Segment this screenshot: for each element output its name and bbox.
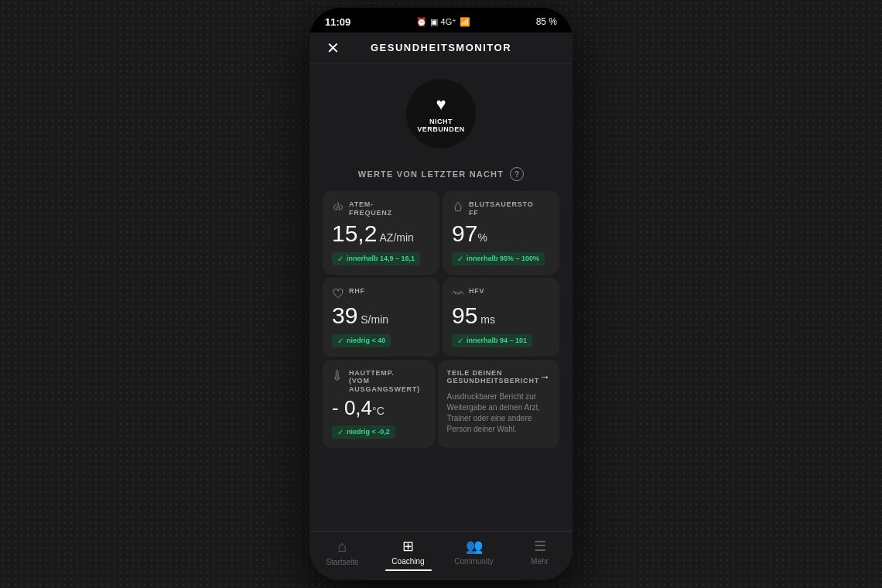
heart-outline-icon xyxy=(332,287,344,299)
nav-item-startseite[interactable]: ⌂ Startseite xyxy=(320,538,366,571)
metric-label-rhf: RHF xyxy=(349,287,365,296)
metric-value-blutsauerstoff: 97% xyxy=(452,220,550,246)
alarm-icon: ⏰ xyxy=(416,17,427,27)
signal-bars-icon: 📶 xyxy=(460,17,470,27)
check-icon-2: ✓ xyxy=(457,255,463,263)
svg-point-0 xyxy=(336,377,338,379)
share-description: Ausdruckbarer Bericht zur Weitergabe an … xyxy=(447,391,550,435)
phone-container: 11:09 ⏰ ▣ 4G⁺ 📶 85 % ✕ GESUNDHEITSMONITO… xyxy=(309,8,573,580)
metrics-grid: ATEM-FREQUENZ 15,2 AZ/min ✓ innerhalb 14… xyxy=(309,190,573,357)
metric-header-rhf: RHF xyxy=(332,287,430,299)
badge-text-hauttemp: niedrig < -0,2 xyxy=(347,428,390,436)
bottom-row: HAUTTEMP.(VOM AUSGANGSWERT) - 0,4°C ✓ ni… xyxy=(309,359,573,449)
badge-text-blutsauerstoff: innerhalb 95% – 100% xyxy=(467,255,539,262)
check-icon: ✓ xyxy=(337,255,344,263)
badge-text-atemfrequenz: innerhalb 14,9 – 16,1 xyxy=(347,255,415,262)
metric-label-blutsauerstoff: BLUTSAUERSTOFF xyxy=(469,200,533,217)
device-status-text: NICHT VERBUNDEN xyxy=(406,118,476,133)
metric-badge-hfv: ✓ innerhalb 94 – 101 xyxy=(452,334,532,347)
metric-card-hfv[interactable]: HFV 95 ms ✓ innerhalb 94 – 101 xyxy=(443,278,559,357)
check-icon-3: ✓ xyxy=(337,337,344,345)
nav-item-mehr[interactable]: ☰ Mehr xyxy=(517,538,563,571)
home-icon: ⌂ xyxy=(337,538,347,556)
drop-icon xyxy=(452,200,464,213)
metric-badge-rhf: ✓ niedrig < 40 xyxy=(332,334,391,347)
wave-icon xyxy=(452,287,464,299)
metric-header-hfv: HFV xyxy=(452,287,550,299)
metric-value-hauttemp: - 0,4°C xyxy=(332,397,426,419)
status-icons: ⏰ ▣ 4G⁺ 📶 xyxy=(416,17,471,27)
app-header: ✕ GESUNDHEITSMONITOR xyxy=(309,32,573,63)
metric-label-hauttemp: HAUTTEMP.(VOM AUSGANGSWERT) xyxy=(349,369,426,394)
metric-card-rhf[interactable]: RHF 39 S/min ✓ niedrig < 40 xyxy=(323,278,439,357)
status-bar: 11:09 ⏰ ▣ 4G⁺ 📶 85 % xyxy=(309,8,573,32)
check-icon-4: ✓ xyxy=(457,337,463,345)
metric-value-rhf: 39 S/min xyxy=(332,303,430,328)
thermometer-icon xyxy=(332,369,344,381)
nav-label-mehr: Mehr xyxy=(531,557,549,566)
nav-item-coaching[interactable]: ⊞ Coaching xyxy=(385,538,432,571)
badge-text-hfv: innerhalb 94 – 101 xyxy=(467,337,527,344)
scroll-content: ♥ NICHT VERBUNDEN WERTE VON LETZTER NACH… xyxy=(309,63,573,531)
device-status-section: ♥ NICHT VERBUNDEN xyxy=(309,63,573,161)
signal-icon: ▣ xyxy=(430,17,438,27)
battery-status: 85 % xyxy=(536,16,557,27)
menu-icon: ☰ xyxy=(534,538,546,555)
lungs-icon xyxy=(332,200,344,213)
section-label-text: WERTE VON LETZTER NACHT xyxy=(358,169,504,179)
coaching-icon: ⊞ xyxy=(402,538,414,555)
metric-label-atemfrequenz: ATEM-FREQUENZ xyxy=(349,200,392,217)
metric-label-hfv: HFV xyxy=(469,287,484,296)
metric-badge-hauttemp: ✓ niedrig < -0,2 xyxy=(332,426,395,439)
heart-icon: ♥ xyxy=(436,94,446,115)
metric-header-atemfrequenz: ATEM-FREQUENZ xyxy=(332,200,430,217)
metric-header-blutsauerstoff: BLUTSAUERSTOFF xyxy=(452,200,550,217)
section-label-row: WERTE VON LETZTER NACHT ? xyxy=(309,161,573,190)
share-title: TEILE DEINEN GESUNDHEITSBERICHT xyxy=(447,369,539,386)
nav-label-community: Community xyxy=(454,557,494,566)
nav-active-indicator xyxy=(385,569,432,571)
metric-value-atemfrequenz: 15,2 AZ/min xyxy=(332,220,430,246)
info-icon[interactable]: ? xyxy=(510,167,524,181)
metric-card-blutsauerstoff[interactable]: BLUTSAUERSTOFF 97% ✓ innerhalb 95% – 100… xyxy=(443,191,559,275)
arrow-icon: → xyxy=(539,371,550,383)
metric-badge-atemfrequenz: ✓ innerhalb 14,9 – 16,1 xyxy=(332,252,420,265)
community-icon: 👥 xyxy=(466,538,483,555)
share-header: TEILE DEINEN GESUNDHEITSBERICHT → xyxy=(447,369,550,386)
network-icon: 4G⁺ xyxy=(441,17,457,27)
metric-card-atemfrequenz[interactable]: ATEM-FREQUENZ 15,2 AZ/min ✓ innerhalb 14… xyxy=(323,191,439,275)
header-title: GESUNDHEITSMONITOR xyxy=(371,42,511,53)
close-button[interactable]: ✕ xyxy=(322,37,344,59)
metric-header-hauttemp: HAUTTEMP.(VOM AUSGANGSWERT) xyxy=(332,369,426,394)
metric-badge-blutsauerstoff: ✓ innerhalb 95% – 100% xyxy=(452,252,545,265)
metric-value-hfv: 95 ms xyxy=(452,303,550,328)
heart-circle: ♥ NICHT VERBUNDEN xyxy=(406,79,476,149)
nav-bar: ⌂ Startseite ⊞ Coaching 👥 Community ☰ Me… xyxy=(309,531,573,580)
nav-item-community[interactable]: 👥 Community xyxy=(451,538,497,571)
check-icon-5: ✓ xyxy=(337,428,344,436)
share-card[interactable]: TEILE DEINEN GESUNDHEITSBERICHT → Ausdru… xyxy=(438,360,559,448)
badge-text-rhf: niedrig < 40 xyxy=(347,337,385,344)
status-time: 11:09 xyxy=(325,16,350,28)
metric-card-hauttemp[interactable]: HAUTTEMP.(VOM AUSGANGSWERT) - 0,4°C ✓ ni… xyxy=(323,360,435,448)
nav-label-startseite: Startseite xyxy=(326,558,358,566)
nav-label-coaching: Coaching xyxy=(391,557,424,566)
